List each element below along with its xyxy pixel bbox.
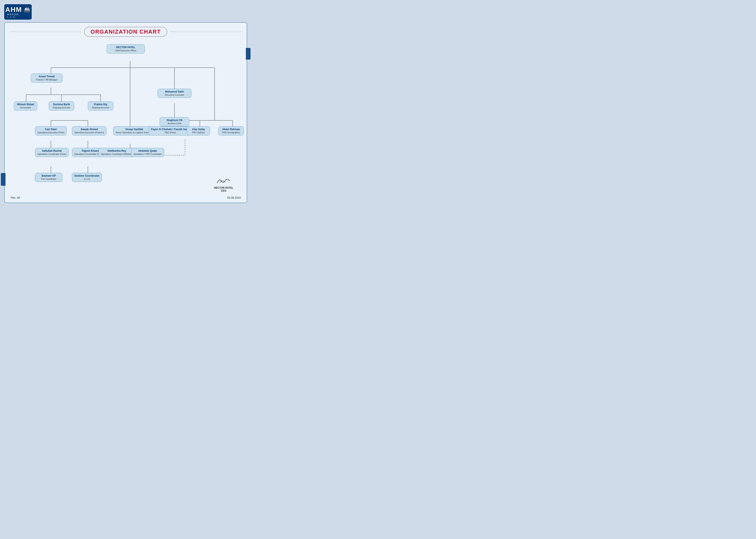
logo-text: AHM bbox=[5, 6, 22, 13]
footer-rev: Rev. 08 bbox=[11, 196, 20, 199]
sig-name: HECTOR PATEL bbox=[214, 186, 233, 189]
node-pro-ports: Fayez Al Chahabi / Farokh Sadri PRO (Por… bbox=[149, 126, 192, 135]
ops-ports-role: Operations Executive (Ports) bbox=[37, 131, 64, 134]
pro-immig-name: Abdul Rehman bbox=[221, 128, 241, 131]
node-coord-ports: Safiullah Rashid Operations Coordinator … bbox=[35, 148, 69, 157]
signature-svg bbox=[215, 177, 232, 185]
finance-hr-role: Finance / HR Manager bbox=[33, 78, 60, 81]
footer-date: 03.08.2020 bbox=[227, 196, 241, 199]
archives-name: Shajimon CN bbox=[162, 119, 187, 122]
pro-admin-role: PRO (Admin) bbox=[189, 131, 208, 134]
chart-container: ORGANIZATION CHART bbox=[4, 22, 247, 203]
accountant-role: Accountant bbox=[16, 106, 35, 109]
coord-ports-name: Safiullah Rashid bbox=[37, 149, 66, 153]
logo-box: AHM 🚢 MARINE L.L.C. bbox=[4, 4, 32, 20]
shipping2-name: Prabha Raj bbox=[90, 103, 111, 106]
node-archives: Shajimon CN Archives Clerk bbox=[160, 117, 189, 126]
doc-ctrl-role: Document Controller bbox=[160, 94, 189, 96]
coord-offshore2-role: Operations Coordinator (Offshore) bbox=[101, 153, 133, 156]
node-pro-immig: Abdul Rehman PRO (Immigration) bbox=[218, 126, 244, 135]
accountant-name: Nilzeek Nislad bbox=[16, 103, 35, 106]
ops-ports-name: Carl Patel bbox=[37, 128, 64, 131]
pro-admin-name: Alaa Sallaj bbox=[189, 128, 208, 131]
shipping2-role: Shipping Accounts bbox=[90, 106, 111, 109]
ops-projects-name: Awaab Ahmed bbox=[74, 128, 104, 131]
doc-ctrl-name: Mohamed Salih bbox=[160, 90, 189, 94]
chart-title-row: ORGANIZATION CHART bbox=[10, 27, 241, 37]
chart-title-box: ORGANIZATION CHART bbox=[84, 27, 167, 37]
sig-title: CEO bbox=[214, 189, 233, 192]
node-ceo: HECTOR PATEL Chief Executive Officer bbox=[107, 44, 145, 53]
port-coord-role: Port Coordinator bbox=[37, 178, 60, 181]
ops-projects-role: Operations Executive (Projects) bbox=[74, 131, 104, 134]
signature-area: HECTOR PATEL CEO bbox=[214, 177, 233, 192]
node-doc-ctrl: Mohamed Salih Document Controller bbox=[158, 89, 191, 98]
signature-graphic bbox=[214, 177, 233, 186]
org-chart: HECTOR PATEL Chief Executive Officer Ana… bbox=[10, 40, 241, 194]
pro-ports-role: PRO (Ports) bbox=[151, 131, 189, 134]
logo-area: AHM 🚢 MARINE L.L.C. bbox=[4, 4, 247, 20]
side-tab-left bbox=[1, 173, 6, 186]
coord-ports-role: Operations Coordinator (Ports) bbox=[37, 153, 66, 156]
node-ops-pro-coord: Abdullah Qadar Operations / PRO Coordina… bbox=[131, 148, 164, 157]
archives-role: Archives Clerk bbox=[162, 122, 187, 125]
finance-hr-name: Anant Trivedi bbox=[33, 75, 60, 78]
node-shipping1: Sushma Barik Shipping Accounts bbox=[49, 102, 74, 111]
side-tab-right bbox=[246, 48, 250, 60]
connectors-svg bbox=[10, 40, 241, 194]
node-accountant: Nilzeek Nislad Accountant bbox=[14, 102, 37, 111]
node-shipping2: Prabha Raj Shipping Accounts bbox=[88, 102, 113, 111]
node-port-coord: Basheer KP Port Coordinator bbox=[35, 173, 62, 182]
title-line-right bbox=[170, 32, 241, 32]
logo-sub: MARINE L.L.C. bbox=[7, 13, 29, 18]
port-coord-name: Basheer KP bbox=[37, 174, 60, 178]
node-coord-offshore2: Siddhartha Roy Operations Coordinator (O… bbox=[99, 148, 135, 157]
title-line-left bbox=[10, 32, 82, 32]
node-ops-ports: Carl Patel Operations Executive (Ports) bbox=[35, 126, 67, 135]
chart-title: ORGANIZATION CHART bbox=[91, 29, 161, 35]
node-finance-hr: Anant Trivedi Finance / HR Manager bbox=[31, 74, 62, 83]
coord-offshore2-name: Siddhartha Roy bbox=[101, 149, 133, 153]
pro-ports-name: Fayez Al Chahabi / Farokh Sadri bbox=[151, 128, 189, 131]
shipping1-name: Sushma Barik bbox=[51, 103, 72, 106]
logo-ship-icon: 🚢 bbox=[23, 6, 31, 13]
shipping1-role: Shipping Accounts bbox=[51, 106, 72, 109]
ops-pro-coord-role: Operations / PRO Coordinator bbox=[133, 153, 162, 156]
senior-ops-role: Senior Operations & Logistics Executive bbox=[115, 131, 153, 134]
senior-ops-name: Virasp Vazifdar bbox=[115, 128, 153, 131]
ceo-name: HECTOR PATEL bbox=[109, 46, 142, 49]
outdoor-coord-name: Outdoor Coordinator bbox=[74, 174, 100, 178]
pro-immig-role: PRO (Immigration) bbox=[221, 131, 241, 134]
outdoor-coord-role: (1,2,3) bbox=[74, 178, 100, 181]
node-outdoor-coord: Outdoor Coordinator (1,2,3) bbox=[72, 173, 102, 182]
ceo-role: Chief Executive Officer bbox=[109, 49, 142, 52]
chart-footer: Rev. 08 03.08.2020 bbox=[10, 196, 241, 199]
ops-pro-coord-name: Abdullah Qadar bbox=[133, 149, 162, 153]
node-pro-admin: Alaa Sallaj PRO (Admin) bbox=[187, 126, 210, 135]
node-ops-projects: Awaab Ahmed Operations Executive (Projec… bbox=[72, 126, 106, 135]
